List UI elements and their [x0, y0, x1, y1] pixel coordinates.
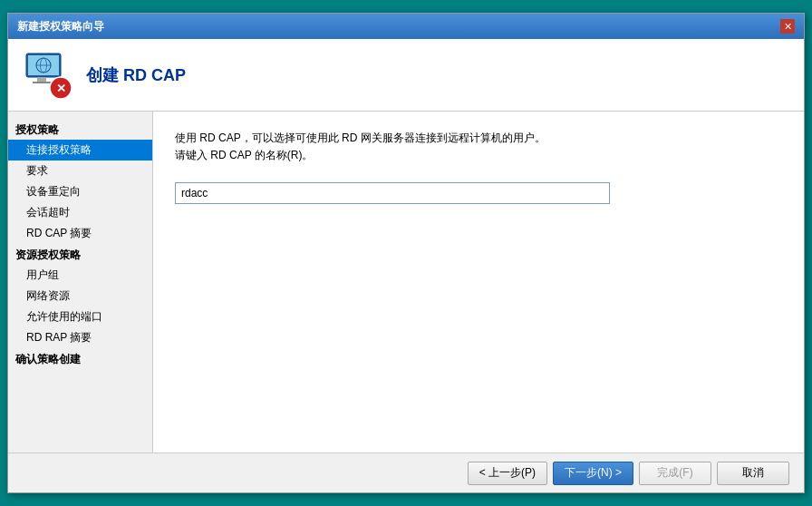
next-button[interactable]: 下一步(N) >	[553, 462, 633, 485]
back-button[interactable]: < 上一步(P)	[468, 462, 547, 485]
svg-text:✕: ✕	[56, 82, 66, 95]
cancel-button[interactable]: 取消	[717, 462, 789, 485]
close-button[interactable]: ✕	[780, 19, 795, 34]
content-area: 授权策略 连接授权策略 要求 设备重定向 会话超时 RD CAP 摘要 资源授权…	[8, 112, 804, 452]
footer-area: < 上一步(P) 下一步(N) > 完成(F) 取消	[8, 452, 804, 492]
sidebar-group-confirm: 确认策略创建	[8, 348, 152, 369]
description-line1: 使用 RD CAP，可以选择可使用此 RD 网关服务器连接到远程计算机的用户。	[175, 130, 782, 147]
sidebar-item-network-resources[interactable]: 网络资源	[8, 286, 152, 307]
title-bar: 新建授权策略向导 ✕	[8, 14, 804, 39]
sidebar-group-resource: 资源授权策略	[8, 244, 152, 265]
sidebar-item-session-timeout[interactable]: 会话超时	[8, 202, 152, 223]
main-window: 新建授权策略向导 ✕ ✕ 创建 RD CAP	[7, 13, 805, 493]
sidebar-item-cap-summary[interactable]: RD CAP 摘要	[8, 223, 152, 244]
sidebar-item-cap[interactable]: 连接授权策略	[8, 140, 152, 161]
header-area: ✕ 创建 RD CAP	[8, 39, 804, 112]
window-title: 新建授权策略向导	[17, 19, 104, 34]
main-panel: 使用 RD CAP，可以选择可使用此 RD 网关服务器连接到远程计算机的用户。 …	[153, 112, 804, 452]
svg-rect-2	[37, 77, 46, 82]
svg-rect-3	[33, 82, 51, 83]
sidebar-item-user-groups[interactable]: 用户组	[8, 265, 152, 286]
description-line2: 请键入 RD CAP 的名称(R)。	[175, 147, 782, 164]
sidebar-item-rap-summary[interactable]: RD RAP 摘要	[8, 327, 152, 348]
finish-button[interactable]: 完成(F)	[639, 462, 711, 485]
page-title: 创建 RD CAP	[86, 64, 186, 86]
sidebar-item-requirements[interactable]: 要求	[8, 161, 152, 181]
cap-name-input[interactable]	[175, 182, 610, 204]
sidebar: 授权策略 连接授权策略 要求 设备重定向 会话超时 RD CAP 摘要 资源授权…	[8, 112, 153, 452]
sidebar-group-authorization: 授权策略	[8, 119, 152, 140]
header-icon: ✕	[23, 50, 73, 101]
sidebar-item-device-redirect[interactable]: 设备重定向	[8, 181, 152, 202]
description-block: 使用 RD CAP，可以选择可使用此 RD 网关服务器连接到远程计算机的用户。 …	[175, 130, 782, 164]
sidebar-item-allowed-ports[interactable]: 允许使用的端口	[8, 307, 152, 327]
